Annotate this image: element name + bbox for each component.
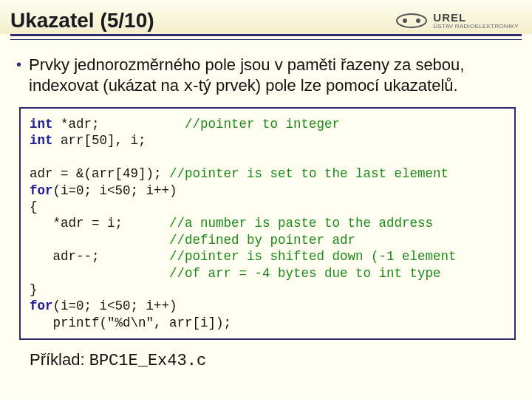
logo: UREL ÚSTAV RADIOELEKTRONIKY [395,10,519,31]
example-label: Příklad: [30,350,89,369]
bullet-post: -tý prvek) pole lze pomocí ukazatelů. [193,76,457,95]
code-text: { [30,200,38,214]
code-text: *adr = i; [30,216,169,231]
logo-icon [395,10,429,31]
slide-header: Ukazatel (5/10) UREL ÚSTAV RADIOELEKTRON… [0,0,532,34]
code-comment: //a number is paste to the address [169,216,433,231]
svg-point-1 [403,18,407,23]
example-filename: BPC1E_Ex43.c [89,352,206,370]
code-text: *adr; [53,117,185,132]
code-kw: for [30,299,53,313]
code-comment: //pointer to integer [185,117,340,132]
code-kw: for [30,183,53,198]
slide-content: • Prvky jednorozměrného pole jsou v pamě… [0,40,532,370]
bullet-code-inline: x [183,78,193,96]
svg-point-2 [416,18,420,23]
svg-point-0 [397,14,426,27]
example-line: Příklad: BPC1E_Ex43.c [16,350,519,370]
code-comment: //pointer is set to the last element [169,166,449,181]
code-block: int *adr; //pointer to integer int arr[5… [19,107,516,340]
logo-brand: UREL [433,12,519,23]
logo-text-block: UREL ÚSTAV RADIOELEKTRONIKY [433,12,519,30]
code-kw: int [30,133,53,148]
code-text: } [30,282,38,297]
code-text: printf("%d\n", arr[i]); [30,316,231,330]
code-text: (i=0; i<50; i++) [53,299,177,313]
code-text: adr = &(arr[49]); [30,166,169,181]
code-text [30,233,169,248]
code-text: adr--; [30,249,169,264]
bullet-dot-icon: • [16,55,21,74]
code-text: arr[50], i; [53,133,146,148]
code-comment: //of arr = -4 bytes due to int type [169,266,441,281]
code-comment: //pointer is shifted down (-1 element [169,249,457,264]
code-text: (i=0; i<50; i++) [53,183,177,198]
code-kw: int [30,117,53,132]
bullet-text: Prvky jednorozměrného pole jsou v paměti… [29,55,519,97]
logo-subtitle: ÚSTAV RADIOELEKTRONIKY [433,23,519,30]
bullet-item: • Prvky jednorozměrného pole jsou v pamě… [16,55,519,97]
slide: Ukazatel (5/10) UREL ÚSTAV RADIOELEKTRON… [0,0,532,399]
slide-title: Ukazatel (5/10) [10,9,154,33]
code-comment: //defined by pointer adr [169,233,355,248]
code-text [30,266,169,281]
